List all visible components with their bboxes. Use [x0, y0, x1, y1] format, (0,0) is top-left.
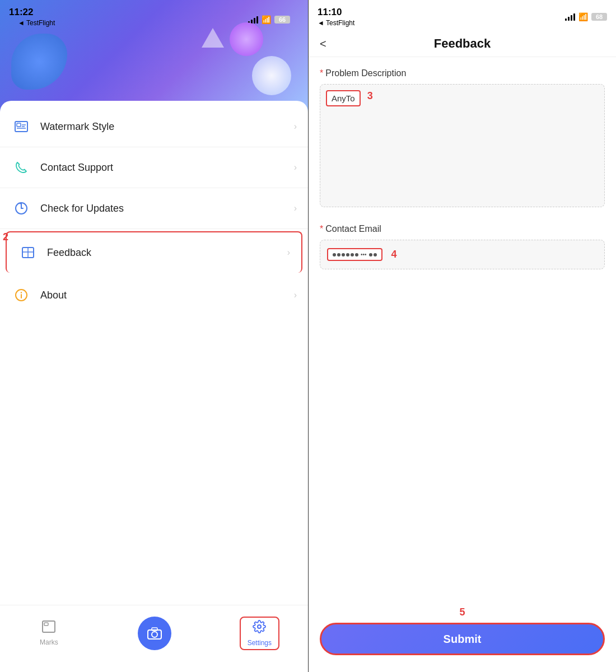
svg-point-18 [258, 625, 261, 628]
signal-bar-r2 [568, 17, 570, 21]
blob-blue [11, 34, 67, 90]
signal-bar-r1 [565, 18, 567, 21]
watermark-icon [11, 116, 31, 137]
menu-item-about[interactable]: About › [0, 275, 308, 315]
problem-field-label: *Problem Description [320, 68, 605, 78]
status-time-left: 11:22 [9, 7, 55, 18]
svg-rect-17 [152, 628, 157, 631]
chevron-contact: › [294, 162, 297, 172]
menu-label-check-updates: Check for Updates [40, 203, 294, 214]
battery-right: 68 [591, 13, 607, 21]
chevron-about: › [294, 290, 297, 300]
anyto-text-box: AnyTo [326, 90, 361, 106]
annotation-3-badge: 3 [367, 90, 373, 102]
update-icon [11, 198, 31, 218]
battery-left: 66 [274, 16, 290, 24]
signal-bar-r4 [573, 13, 575, 21]
tab-marks-label: Marks [40, 638, 58, 646]
svg-rect-1 [17, 123, 21, 127]
svg-rect-14 [44, 623, 48, 626]
left-header: 11:22 ◄ TestFlight 📶 66 [0, 0, 308, 112]
email-input[interactable]: ••• 4 [320, 240, 605, 269]
email-field-label: *Contact Email [320, 224, 605, 234]
menu-item-watermark-style[interactable]: Watermark Style › [0, 106, 308, 147]
annotation-4-badge: 4 [391, 249, 397, 260]
tab-settings[interactable]: Settings 1 [240, 617, 279, 650]
blob-triangle [202, 28, 224, 48]
feedback-icon [18, 242, 38, 263]
tab-camera[interactable] [127, 612, 183, 655]
chevron-feedback: › [287, 248, 290, 258]
bottom-tab-bar: Marks Settings 1 [0, 605, 308, 672]
settings-icon [253, 620, 266, 637]
chevron-updates: › [294, 203, 297, 213]
right-nav: < Feedback [309, 31, 616, 57]
menu-label-feedback: Feedback [47, 247, 287, 259]
status-app-right: ◄ TestFlight [318, 19, 354, 27]
status-app-left: ◄ TestFlight [9, 19, 55, 27]
menu-item-contact-support[interactable]: Contact Support › [0, 147, 308, 188]
email-value-box: ••• [327, 248, 382, 261]
email-section: *Contact Email ••• 4 [320, 224, 605, 269]
wifi-icon-left: 📶 [262, 15, 271, 24]
right-content: *Problem Description AnyTo 3 *Contact Em… [309, 57, 616, 595]
back-button[interactable]: < [320, 38, 326, 50]
svg-point-16 [152, 632, 157, 637]
tab-settings-label: Settings [248, 639, 272, 647]
status-bar-right: 11:10 ◄ TestFlight 📶 68 [309, 0, 616, 31]
problem-textarea[interactable]: AnyTo 3 [320, 84, 605, 207]
signal-bars-right [565, 13, 575, 21]
signal-bar-r3 [571, 15, 572, 21]
status-time-right: 11:10 [318, 7, 354, 18]
status-icons-right: 📶 68 [565, 7, 607, 21]
status-icons-left: 📶 66 [248, 10, 299, 24]
annotation-5-badge: 5 [459, 606, 465, 618]
chevron-watermark: › [294, 122, 297, 132]
left-panel: 11:22 ◄ TestFlight 📶 66 [0, 0, 308, 672]
menu-label-watermark-style: Watermark Style [40, 121, 294, 133]
blob-purple [230, 22, 263, 56]
menu-label-contact-support: Contact Support [40, 162, 294, 174]
info-icon [11, 285, 31, 305]
email-required-star: * [320, 224, 323, 234]
left-menu-card: Watermark Style › Contact Support › [0, 101, 308, 605]
textarea-inner: AnyTo 3 [326, 90, 599, 106]
tab-marks[interactable]: Marks [29, 616, 69, 651]
signal-bar-3 [254, 18, 255, 24]
blob-white [252, 56, 291, 95]
right-panel: 11:10 ◄ TestFlight 📶 68 < Feedback *Prob… [309, 0, 616, 672]
blurred-email: ••• [333, 251, 377, 258]
wifi-icon-right: 📶 [578, 12, 588, 21]
submit-label: Submit [444, 633, 482, 646]
submit-area: 5 Submit [309, 595, 616, 672]
signal-bar-4 [256, 16, 258, 24]
menu-item-check-updates[interactable]: Check for Updates › [0, 188, 308, 229]
phone-icon [11, 157, 31, 178]
menu-item-feedback[interactable]: Feedback › [6, 231, 302, 273]
submit-button[interactable]: Submit [320, 623, 605, 655]
marks-icon [42, 620, 55, 636]
status-bar-left: 11:22 ◄ TestFlight 📶 66 [0, 0, 308, 27]
svg-point-12 [21, 292, 22, 293]
nav-title: Feedback [434, 36, 491, 51]
problem-required-star: * [320, 68, 323, 78]
camera-icon [138, 617, 171, 650]
menu-label-about: About [40, 290, 294, 301]
